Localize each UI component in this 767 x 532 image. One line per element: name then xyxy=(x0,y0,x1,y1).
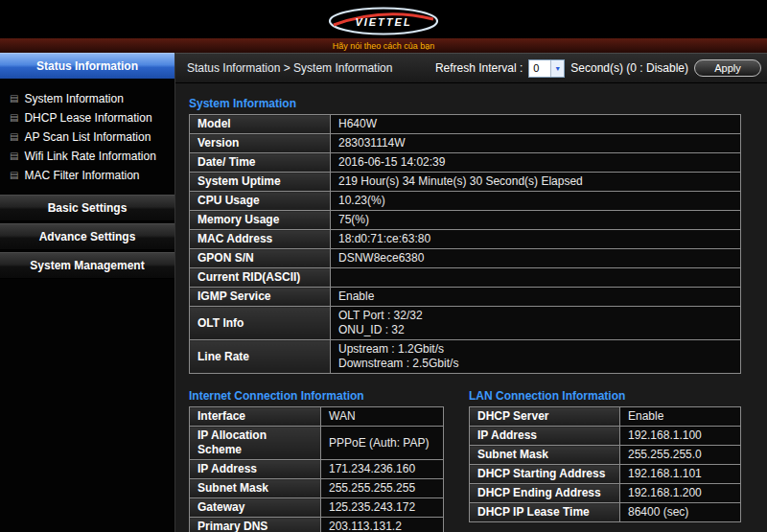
row-value: 10.23(%) xyxy=(331,192,741,211)
table-row: IP Allocation Scheme PPPoE (Auth: PAP) xyxy=(190,427,444,460)
document-icon: ▤ xyxy=(10,113,18,123)
sidebar-subitem-label: System Information xyxy=(24,92,123,105)
tagline: Hãy nói theo cách của bạn xyxy=(333,41,435,51)
row-label: Line Rate xyxy=(190,340,331,374)
row-value: 171.234.236.160 xyxy=(321,460,444,479)
apply-button[interactable]: Apply xyxy=(694,59,761,77)
row-label: Primary DNS xyxy=(190,518,321,532)
row-value: 86400 (sec) xyxy=(620,503,741,522)
table-row: Subnet Mask 255.255.255.255 xyxy=(190,479,444,498)
table-row: DHCP Starting Address 192.168.1.101 xyxy=(470,465,741,484)
row-value: 75(%) xyxy=(331,211,741,230)
sidebar-subitem[interactable]: ▤ AP Scan List Information xyxy=(8,127,174,147)
row-label: Subnet Mask xyxy=(470,446,620,465)
sidebar-subitem[interactable]: ▤ System Information xyxy=(8,89,174,108)
row-value: 192.168.1.100 xyxy=(620,427,741,446)
refresh-interval-select[interactable]: 0 ▼ xyxy=(528,59,565,78)
body-row: Status Information ▤ System Information … xyxy=(0,53,767,532)
table-row: Version 283031114W xyxy=(190,134,741,153)
table-row: IP Address 171.234.236.160 xyxy=(190,460,444,479)
row-value: Upstream : 1.2Gbit/s Downstream : 2.5Gbi… xyxy=(331,340,741,374)
document-icon: ▤ xyxy=(10,171,18,180)
table-row: System Uptime 219 Hour(s) 34 Minute(s) 3… xyxy=(190,173,741,192)
row-value: 219 Hour(s) 34 Minute(s) 30 Second(s) El… xyxy=(331,173,741,192)
row-label: IP Allocation Scheme xyxy=(190,427,321,460)
table-row: Line Rate Upstream : 1.2Gbit/s Downstrea… xyxy=(190,340,741,374)
row-label: DHCP IP Lease Time xyxy=(470,503,620,522)
viettel-logo-icon: VIETTEL xyxy=(326,6,441,36)
row-value: H640W xyxy=(331,115,741,134)
row-label: Interface xyxy=(190,407,321,427)
sidebar-item-basic-settings[interactable]: Basic Settings xyxy=(0,195,174,221)
table-row: IGMP Service Enable xyxy=(190,288,741,307)
sidebar-subitem[interactable]: ▤ DHCP Lease Information xyxy=(8,108,174,127)
header: VIETTEL Hãy nói theo cách của bạn xyxy=(0,0,767,53)
row-value: 192.168.1.200 xyxy=(620,484,741,503)
table-row: DHCP IP Lease Time 86400 (sec) xyxy=(470,503,741,522)
breadcrumb: Status Information > System Information xyxy=(187,61,392,75)
topbar: Status Information > System Information … xyxy=(175,53,767,83)
sidebar-subitem-label: Wifi Link Rate Information xyxy=(24,150,155,163)
refresh-interval-label: Refresh Interval : xyxy=(435,61,523,75)
row-label: System Uptime xyxy=(190,173,331,192)
row-label: Current RID(ASCII) xyxy=(190,268,331,288)
table-row: Primary DNS 203.113.131.2 xyxy=(190,518,444,532)
logo-text: VIETTEL xyxy=(355,15,411,27)
row-value: 2016-06-15 14:02:39 xyxy=(331,153,741,173)
lan-column: LAN Connection Information DHCP Server E… xyxy=(469,383,741,532)
row-value: 283031114W xyxy=(331,134,741,153)
row-label: IP Address xyxy=(470,427,620,446)
table-row: Memory Usage 75(%) xyxy=(190,211,741,230)
table-row: DHCP Server Enable xyxy=(470,407,741,427)
row-value: PPPoE (Auth: PAP) xyxy=(321,427,444,460)
sidebar-item-advance-settings[interactable]: Advance Settings xyxy=(0,223,174,250)
table-row: IP Address 192.168.1.100 xyxy=(470,427,741,446)
refresh-interval-value: 0 xyxy=(529,60,550,77)
lan-info-title: LAN Connection Information xyxy=(469,389,741,403)
document-icon: ▤ xyxy=(10,94,18,104)
tagline-strip: Hãy nói theo cách của bạn xyxy=(0,38,767,53)
sidebar-subitem-label: MAC Filter Information xyxy=(24,169,139,182)
row-label: MAC Address xyxy=(190,230,331,249)
lan-info-table: DHCP Server Enable IP Address 192.168.1.… xyxy=(469,406,741,522)
sidebar-subitem[interactable]: ▤ Wifi Link Rate Information xyxy=(8,147,174,166)
table-row: Subnet Mask 255.255.255.0 xyxy=(470,446,741,465)
table-row: DHCP Ending Address 192.168.1.200 xyxy=(470,484,741,503)
document-icon: ▤ xyxy=(10,132,18,142)
status-subnav: ▤ System Information ▤ DHCP Lease Inform… xyxy=(0,81,174,195)
sidebar-subitem[interactable]: ▤ MAC Filter Information xyxy=(8,166,174,185)
refresh-controls: Refresh Interval : 0 ▼ Second(s) (0 : Di… xyxy=(435,59,763,78)
content: System Information Model H640W Version xyxy=(175,83,767,532)
table-row: OLT Info OLT Port : 32/32 ONU_ID : 32 xyxy=(190,307,741,340)
system-info-table: Model H640W Version 283031114W Date/ Tim… xyxy=(189,114,741,374)
table-row: CPU Usage 10.23(%) xyxy=(190,192,741,211)
row-label: DHCP Server xyxy=(470,407,620,427)
row-value: 18:d0:71:ce:63:80 xyxy=(331,230,741,249)
row-value: WAN xyxy=(321,407,444,427)
row-value: 125.235.243.172 xyxy=(321,498,444,518)
internet-info-table: Interface WAN IP Allocation Scheme PPPoE… xyxy=(189,406,444,532)
row-value: Enable xyxy=(331,288,741,307)
sidebar-item-system-management[interactable]: System Management xyxy=(0,252,174,279)
table-row: Model H640W xyxy=(190,115,741,134)
table-row: Gateway 125.235.243.172 xyxy=(190,498,444,518)
row-label: OLT Info xyxy=(190,307,331,340)
row-value: OLT Port : 32/32 ONU_ID : 32 xyxy=(331,307,741,340)
row-label: Date/ Time xyxy=(190,153,331,173)
row-value: 255.255.255.255 xyxy=(321,479,444,498)
connection-columns: Internet Connection Information Interfac… xyxy=(189,383,750,532)
sidebar: Status Information ▤ System Information … xyxy=(0,53,175,532)
row-value xyxy=(331,268,741,288)
sidebar-subitem-label: DHCP Lease Information xyxy=(24,111,151,125)
main-content: Status Information > System Information … xyxy=(175,53,767,532)
row-value: Enable xyxy=(620,407,741,427)
row-value: DSNW8ece6380 xyxy=(331,249,741,268)
sidebar-item-status-information[interactable]: Status Information xyxy=(0,53,174,80)
row-label: Gateway xyxy=(190,498,321,518)
system-info-title: System Information xyxy=(189,97,750,110)
internet-info-title: Internet Connection Information xyxy=(189,389,444,403)
row-label: GPON S/N xyxy=(190,249,331,268)
row-label: Memory Usage xyxy=(190,211,331,230)
viettel-logo: VIETTEL xyxy=(0,0,767,38)
row-label: IP Address xyxy=(190,460,321,479)
